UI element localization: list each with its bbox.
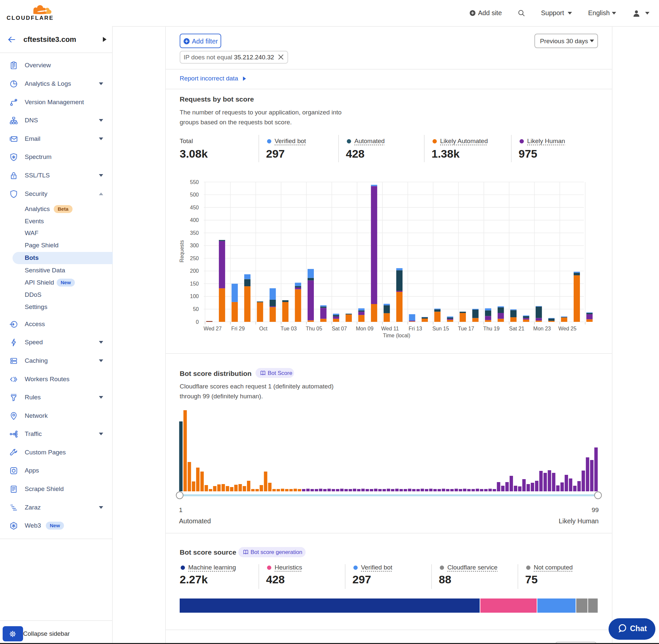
svg-text:Thu 05: Thu 05 (306, 326, 323, 331)
svg-text:Fri 13: Fri 13 (409, 326, 422, 331)
svg-text:350: 350 (190, 230, 199, 236)
svg-text:550: 550 (190, 179, 199, 185)
svg-text:400: 400 (190, 217, 199, 223)
svg-text:Tue 17: Tue 17 (458, 326, 474, 331)
svg-text:Requests: Requests (179, 240, 185, 262)
svg-text:Sun 15: Sun 15 (432, 326, 449, 331)
svg-text:Likely Human: Likely Human (559, 518, 599, 525)
svg-text:100: 100 (190, 294, 199, 299)
svg-text:99: 99 (592, 506, 599, 513)
svg-text:Automated: Automated (179, 518, 211, 525)
svg-text:Wed 27: Wed 27 (204, 326, 222, 331)
svg-text:150: 150 (190, 281, 199, 286)
svg-text:Wed 11: Wed 11 (381, 326, 399, 331)
svg-text:1: 1 (179, 506, 183, 513)
svg-text:Mon 23: Mon 23 (534, 326, 551, 331)
svg-text:450: 450 (190, 205, 199, 210)
svg-text:0: 0 (196, 319, 199, 325)
svg-text:250: 250 (190, 256, 199, 261)
svg-text:300: 300 (190, 243, 199, 248)
svg-text:Sat 07: Sat 07 (332, 326, 347, 331)
svg-text:Thu 19: Thu 19 (483, 326, 500, 331)
svg-text:500: 500 (190, 192, 199, 198)
svg-text:Mon 09: Mon 09 (356, 326, 374, 331)
svg-text:Sat 21: Sat 21 (509, 326, 524, 331)
svg-text:Oct: Oct (259, 326, 267, 331)
svg-text:Wed 25: Wed 25 (559, 326, 576, 331)
svg-text:Time (local): Time (local) (383, 333, 410, 338)
svg-text:200: 200 (190, 268, 199, 274)
svg-text:50: 50 (193, 306, 199, 312)
svg-text:Fri 29: Fri 29 (231, 326, 244, 331)
svg-text:Tue 03: Tue 03 (281, 326, 297, 331)
